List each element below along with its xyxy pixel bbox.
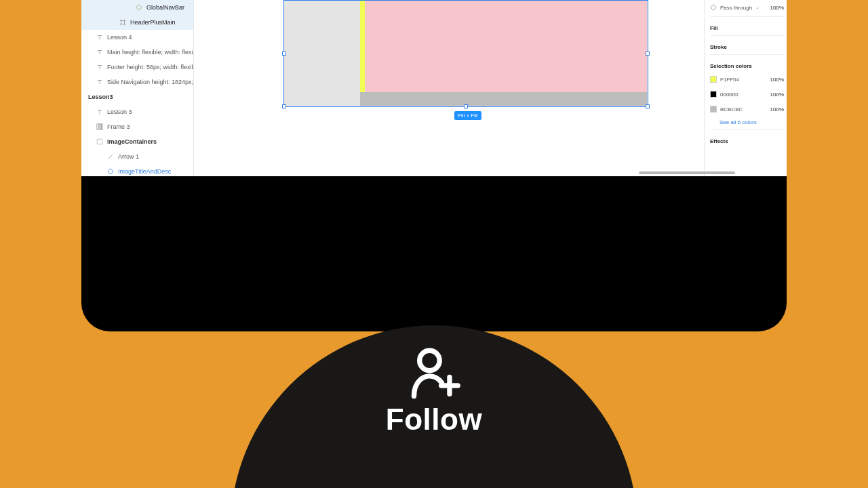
frame-icon — [119, 19, 126, 26]
layer-row[interactable]: Main height: flexible; width: flexible — [81, 45, 193, 60]
footer-preview — [360, 92, 647, 106]
chevron-down-icon: ⌄ — [755, 5, 760, 10]
svg-line-4 — [108, 155, 113, 159]
layer-label: Frame 3 — [107, 123, 130, 130]
color-pct: 100% — [770, 106, 784, 113]
layer-label: Arrow 1 — [118, 153, 139, 160]
color-swatch[interactable] — [710, 91, 717, 98]
text-icon — [96, 49, 103, 56]
text-icon — [96, 34, 103, 41]
layer-row[interactable]: HeaderPlusMain — [81, 15, 193, 30]
svg-rect-0 — [97, 124, 99, 129]
line-icon — [107, 153, 114, 160]
component-icon — [136, 4, 142, 11]
layer-row[interactable]: Footer height: 56px; width: flexible — [81, 60, 193, 75]
layer-row[interactable]: Side Navigation height: 1824px; width: 3… — [81, 75, 193, 89]
layer-label: Lesson 4 — [107, 34, 132, 41]
follow-text: Follow — [386, 403, 482, 436]
device-card: GlobalNavBarHeaderPlusMainLesson 4Main h… — [81, 0, 787, 331]
layer-label: Main height: flexible; width: flexible — [107, 49, 193, 56]
selected-frame[interactable] — [283, 0, 648, 107]
layer-label: Footer height: 56px; width: flexible — [107, 64, 193, 70]
layers-panel: GlobalNavBarHeaderPlusMainLesson 4Main h… — [81, 0, 194, 176]
grid-icon — [96, 123, 103, 130]
inspector-panel: Pass through ⌄ 100% Fill Stroke Selectio… — [704, 0, 787, 176]
canvas[interactable]: Fill × Fill — [194, 0, 704, 176]
color-pct: 100% — [770, 77, 784, 83]
layer-row[interactable]: Arrow 1 — [81, 149, 193, 164]
stroke-section-label[interactable]: Stroke — [710, 40, 784, 53]
opacity-value[interactable]: 100% — [770, 5, 784, 11]
resize-handle[interactable] — [464, 104, 468, 108]
layer-row[interactable]: GlobalNavBar — [81, 0, 193, 15]
resize-handle[interactable] — [282, 104, 286, 108]
fill-section-label[interactable]: Fill — [710, 21, 784, 34]
see-all-colors-link[interactable]: See all 6 colors — [710, 117, 784, 128]
layer-row[interactable]: ImageTitleAndDesc — [81, 164, 193, 176]
layer-label: ImageContainers — [107, 138, 157, 145]
svg-rect-1 — [99, 124, 101, 129]
add-user-icon — [406, 344, 462, 401]
svg-point-5 — [420, 350, 440, 371]
resize-handle[interactable] — [646, 52, 650, 56]
text-icon — [96, 64, 103, 70]
text-icon — [96, 79, 103, 85]
design-app: GlobalNavBarHeaderPlusMainLesson 4Main h… — [81, 0, 787, 176]
resize-handle[interactable] — [646, 104, 650, 108]
color-swatch[interactable] — [710, 106, 717, 113]
group-icon — [96, 138, 103, 145]
color-hex: BCBCBC — [720, 106, 743, 113]
layer-label: Side Navigation height: 1824px; width: 3… — [107, 79, 193, 85]
effects-section-label[interactable]: Effects — [710, 134, 784, 147]
side-nav-preview — [360, 1, 365, 92]
color-hex: 000000 — [720, 92, 738, 98]
comp2-icon — [107, 168, 114, 175]
horizontal-scrollbar[interactable] — [639, 171, 735, 174]
layer-label: Lesson3 — [88, 94, 113, 100]
blend-mode-row[interactable]: Pass through ⌄ 100% — [710, 0, 784, 15]
color-swatch[interactable] — [710, 76, 717, 83]
layer-label: HeaderPlusMain — [130, 19, 176, 26]
layer-label: ImageTitleAndDesc — [118, 168, 171, 175]
color-pct: 100% — [770, 92, 784, 98]
layer-row[interactable]: Lesson3 — [81, 89, 193, 104]
layer-row[interactable]: Lesson 4 — [81, 30, 193, 45]
layer-label: Lesson 3 — [107, 108, 132, 115]
main-preview — [365, 1, 647, 92]
resize-handle[interactable] — [282, 52, 286, 56]
layer-label: GlobalNavBar — [146, 4, 184, 11]
selection-color-row[interactable]: BCBCBC100% — [710, 102, 784, 117]
follow-cta[interactable]: Follow — [231, 325, 637, 488]
layer-row[interactable]: ImageContainers — [81, 134, 193, 149]
svg-rect-2 — [102, 124, 103, 129]
svg-rect-3 — [97, 139, 102, 144]
selection-color-row[interactable]: 000000100% — [710, 87, 784, 102]
blend-mode-label: Pass through — [720, 5, 752, 11]
layer-row[interactable]: Lesson 3 — [81, 104, 193, 119]
color-hex: F1FF54 — [720, 77, 739, 83]
selection-color-row[interactable]: F1FF54100% — [710, 72, 784, 87]
text-icon — [96, 108, 103, 115]
layer-row[interactable]: Frame 3 — [81, 119, 193, 134]
size-badge: Fill × Fill — [454, 111, 481, 120]
selection-colors-label: Selection colors — [710, 59, 784, 72]
layer-icon — [710, 4, 717, 11]
